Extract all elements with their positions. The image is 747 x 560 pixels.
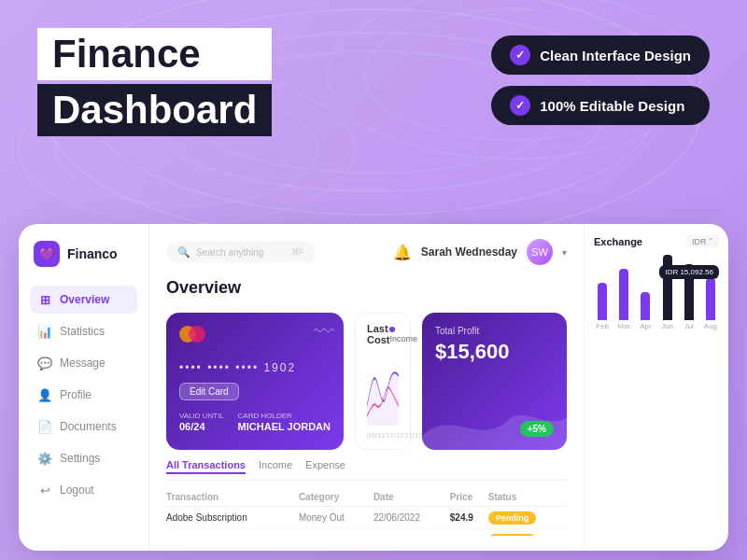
exchange-currency[interactable]: IDR ˅ xyxy=(686,235,719,248)
logo-text: Financo xyxy=(67,246,118,261)
cell-date: 22/06/2022 xyxy=(374,529,450,537)
table-body: Adobe Subscription Money Out 22/06/2022 … xyxy=(166,507,567,537)
card-top xyxy=(179,326,331,343)
bar-tooltip: IDR 15,092.56 xyxy=(659,265,719,279)
chart-svg xyxy=(367,351,399,426)
search-shortcut: ⌘F xyxy=(291,247,305,257)
bar-group: Aug xyxy=(702,278,719,330)
bar-label: Mar xyxy=(617,322,630,330)
logo-area: 💜 Financo xyxy=(30,241,137,267)
sidebar-item-logout[interactable]: ↩ Logout xyxy=(30,476,137,504)
overview-icon: ⊞ xyxy=(37,292,52,307)
col-transaction: Transaction xyxy=(166,488,299,507)
hero-section: Finance Dashboard ✓ Clean Interface Desi… xyxy=(0,0,747,224)
search-icon: 🔍 xyxy=(177,246,190,259)
card-valid-value: 06/24 xyxy=(179,421,224,432)
user-area: 🔔 Sarah Wednesday SW ▾ xyxy=(393,239,567,265)
edit-card-button[interactable]: Edit Card xyxy=(179,383,239,400)
cell-date: 22/06/2022 xyxy=(374,507,450,529)
bar-label: Apr xyxy=(640,322,651,330)
documents-icon: 📄 xyxy=(37,419,52,434)
search-bar[interactable]: 🔍 Search anything ⌘F xyxy=(166,242,316,263)
sidebar: 💜 Financo ⊞ Overview 📊 Statistics 💬 Mess… xyxy=(19,224,149,551)
cell-status: Pending xyxy=(488,529,567,537)
dashboard-card: 💜 Financo ⊞ Overview 📊 Statistics 💬 Mess… xyxy=(19,224,728,551)
sidebar-item-message[interactable]: 💬 Message xyxy=(30,349,137,377)
chart-header: Last Cost Income Expense xyxy=(367,323,399,345)
table-row: Adobe Subscription Money Out 22/06/2022 … xyxy=(166,507,567,529)
bar xyxy=(641,292,650,320)
cell-price: $24.9 xyxy=(450,507,488,529)
bar-label: Aug xyxy=(704,322,717,330)
sidebar-item-statistics[interactable]: 📊 Statistics xyxy=(30,317,137,345)
bar-group: Apr xyxy=(637,292,654,330)
cell-price: $24.9 xyxy=(450,529,488,537)
logout-icon: ↩ xyxy=(37,483,52,497)
profit-label: Total Profit xyxy=(435,326,554,336)
exchange-header: Exchange IDR ˅ xyxy=(594,235,719,248)
cards-row: 〰 •••• •••• •••• 1902 Edit Card VALID UN… xyxy=(166,313,567,450)
income-legend: Income xyxy=(389,325,417,343)
right-panel: Exchange IDR ˅ IDR 15,092.56 FebMarAprJu… xyxy=(584,224,728,551)
bar-label: Jul xyxy=(684,322,694,330)
profit-amount: $15,600 xyxy=(435,340,554,364)
bar-label: Jun xyxy=(661,322,673,330)
badge-clean: ✓ Clean Interface Design xyxy=(491,35,710,75)
sidebar-item-overview[interactable]: ⊞ Overview xyxy=(30,286,137,314)
profile-icon: 👤 xyxy=(37,387,52,402)
card-valid-section: VALID UNTIL 06/24 xyxy=(179,412,224,432)
chart-title: Last Cost xyxy=(367,323,389,345)
card-holder-name: MICHAEL JORDAN xyxy=(238,421,331,432)
sidebar-item-profile[interactable]: 👤 Profile xyxy=(30,381,137,409)
avatar: SW xyxy=(527,239,553,265)
bar xyxy=(598,283,607,320)
card-holder-section: CARD HOLDER MICHAEL JORDAN xyxy=(238,412,331,432)
sidebar-item-settings[interactable]: ⚙️ Settings xyxy=(30,444,137,472)
main-content: 🔍 Search anything ⌘F 🔔 Sarah Wednesday S… xyxy=(149,224,584,551)
x-label-1: 09/12 xyxy=(367,431,386,440)
col-status: Status xyxy=(488,488,567,507)
search-placeholder: Search anything xyxy=(196,247,263,258)
tab-expense[interactable]: Expense xyxy=(305,459,345,474)
table-row: Upwork Payment Money In 22/06/2022 $24.9… xyxy=(166,529,567,537)
hero-badges: ✓ Clean Interface Design ✓ 100% Editable… xyxy=(491,35,710,125)
settings-icon: ⚙️ xyxy=(37,451,52,466)
col-date: Date xyxy=(374,488,450,507)
table-header: Transaction Category Date Price Status xyxy=(166,488,567,507)
tab-all-transactions[interactable]: All Transactions xyxy=(166,459,246,474)
transaction-section: All Transactions Income Expense Transact… xyxy=(166,459,567,536)
check-icon-2: ✓ xyxy=(510,95,530,116)
card-footer: VALID UNTIL 06/24 CARD HOLDER MICHAEL JO… xyxy=(179,412,331,432)
logo-icon: 💜 xyxy=(34,241,60,267)
top-bar: 🔍 Search anything ⌘F 🔔 Sarah Wednesday S… xyxy=(166,239,567,265)
line-chart: Last Cost Income Expense xyxy=(355,313,411,450)
hero-title: Finance Dashboard xyxy=(37,28,272,136)
sidebar-item-documents[interactable]: 📄 Documents xyxy=(30,413,137,441)
profit-card: Total Profit $15,600 +5% xyxy=(422,313,567,450)
transaction-tabs: All Transactions Income Expense xyxy=(166,459,567,481)
col-price: Price xyxy=(450,488,488,507)
chevron-down-icon[interactable]: ▾ xyxy=(562,247,567,258)
bar-label: Feb xyxy=(596,322,609,330)
x-label-2: 10/12 xyxy=(386,431,404,440)
user-name: Sarah Wednesday xyxy=(421,245,517,259)
badge-editable: ✓ 100% Editable Design xyxy=(491,86,710,125)
bar-group: Mar xyxy=(615,269,632,330)
transactions-table: Transaction Category Date Price Status A… xyxy=(166,488,567,536)
notification-icon[interactable]: 🔔 xyxy=(393,244,412,261)
check-icon-1: ✓ xyxy=(510,45,530,65)
chip-circle-right xyxy=(189,326,205,343)
exchange-title: Exchange xyxy=(594,236,642,247)
cell-category: Money In xyxy=(299,529,374,537)
cell-transaction: Upwork Payment xyxy=(166,529,299,537)
title-finance: Finance xyxy=(37,28,272,80)
cell-status: Pending xyxy=(488,507,567,529)
tab-income[interactable]: Income xyxy=(259,459,292,474)
card-wave-icon: 〰 xyxy=(314,320,334,344)
card-chip xyxy=(179,326,205,343)
cell-transaction: Adobe Subscription xyxy=(166,507,299,529)
card-number: •••• •••• •••• 1902 xyxy=(179,361,331,374)
page-title: Overview xyxy=(166,278,567,298)
x-label-3: 11/12 xyxy=(404,431,423,440)
bar-group: Feb xyxy=(594,283,611,330)
